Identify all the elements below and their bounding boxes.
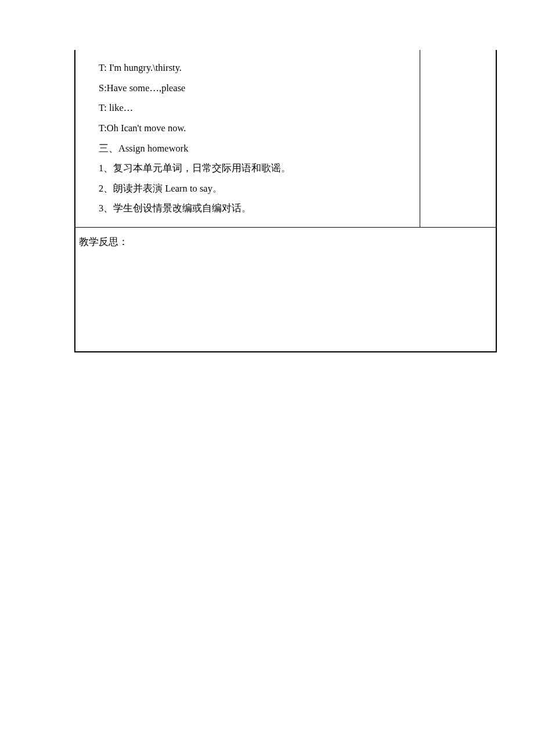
- reflection-label: 教学反思：: [79, 236, 128, 247]
- content-cell: T: I'm hungry.\thirsty. S:Have some…,ple…: [75, 50, 420, 227]
- content-line: T: like…: [99, 98, 420, 118]
- lesson-plan-table: T: I'm hungry.\thirsty. S:Have some…,ple…: [74, 50, 497, 352]
- content-line: S:Have some…,please: [99, 78, 420, 99]
- content-line: 三、Assign homework: [99, 139, 420, 159]
- notes-cell: [420, 50, 496, 227]
- content-line: 1、复习本单元单词，日常交际用语和歌谣。: [99, 159, 420, 179]
- content-line: T: I'm hungry.\thirsty.: [99, 58, 420, 78]
- content-line: T:Oh Ican't move now.: [99, 118, 420, 139]
- content-row: T: I'm hungry.\thirsty. S:Have some…,ple…: [74, 50, 497, 227]
- content-line: 2、朗读并表演 Learn to say。: [99, 179, 420, 199]
- content-line: 3、学生创设情景改编或自编对话。: [99, 199, 420, 219]
- reflection-row: 教学反思：: [74, 227, 497, 352]
